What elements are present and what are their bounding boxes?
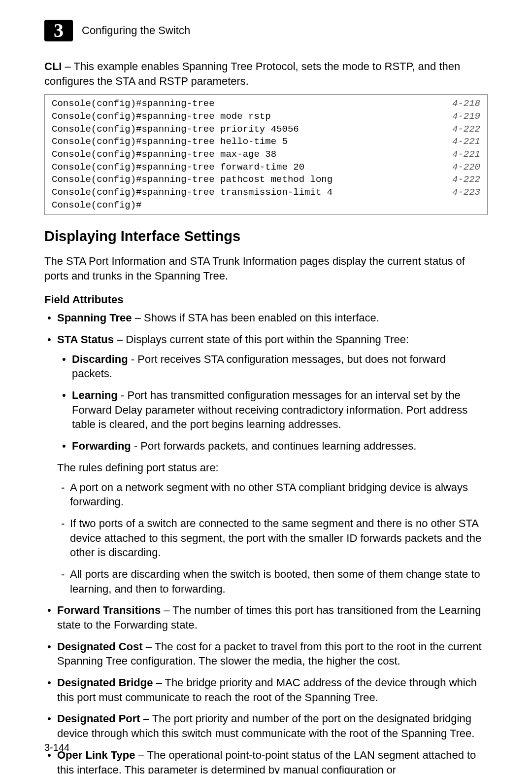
- cli-intro-paragraph: CLI – This example enables Spanning Tree…: [44, 59, 488, 88]
- sub-discarding: Discarding - Port receives STA configura…: [60, 352, 488, 381]
- code-line: Console(config)#spanning-tree hello-time…: [52, 136, 480, 148]
- rule-item: A port on a network segment with no othe…: [60, 480, 488, 509]
- cli-label: CLI: [44, 60, 62, 72]
- field-attributes-list: Spanning Tree – Shows if STA has been en…: [44, 311, 488, 774]
- code-line: Console(config)#spanning-tree forward-ti…: [52, 161, 480, 174]
- code-line: Console(config)#spanning-tree pathcost m…: [52, 174, 480, 186]
- attr-oper-link-type: Oper Link Type – The operational point-t…: [45, 748, 488, 774]
- attr-designated-port: Designated Port – The port priority and …: [45, 711, 488, 740]
- attr-label: Designated Port: [57, 712, 140, 725]
- section-heading: Displaying Interface Settings: [44, 227, 488, 246]
- attr-label: Forward Transitions: [57, 604, 161, 616]
- attr-forward-transitions: Forward Transitions – The number of time…: [45, 603, 488, 632]
- attr-label: STA Status: [57, 333, 114, 346]
- attr-label: Designated Cost: [57, 640, 143, 653]
- sta-status-sublist: Discarding - Port receives STA configura…: [57, 352, 488, 454]
- rule-item: All ports are discarding when the switch…: [60, 567, 488, 596]
- code-line: Console(config)#spanning-tree max-age 38…: [52, 148, 480, 161]
- attr-label: Spanning Tree: [57, 312, 132, 324]
- sub-learning: Learning - Port has transmitted configur…: [60, 388, 488, 432]
- attr-spanning-tree: Spanning Tree – Shows if STA has been en…: [45, 311, 488, 325]
- rules-intro-text: The rules defining port status are:: [57, 460, 488, 475]
- attr-sta-status: STA Status – Displays current state of t…: [45, 332, 488, 596]
- code-line: Console(config)#spanning-tree priority 4…: [52, 123, 480, 136]
- code-line: Console(config)#spanning-tree4-218: [52, 98, 480, 110]
- code-line: Console(config)#: [52, 199, 480, 212]
- sub-forwarding: Forwarding - Port forwards packets, and …: [60, 439, 488, 454]
- chapter-title-text: Configuring the Switch: [82, 23, 190, 38]
- section-intro-paragraph: The STA Port Information and STA Trunk I…: [44, 254, 488, 283]
- rules-list: A port on a network segment with no othe…: [57, 480, 488, 597]
- cli-intro-text: – This example enables Spanning Tree Pro…: [44, 60, 460, 87]
- attr-label: Designated Bridge: [57, 676, 153, 689]
- page-number: 3-144: [44, 741, 69, 754]
- field-attributes-heading: Field Attributes: [44, 292, 488, 307]
- attr-designated-bridge: Designated Bridge – The bridge priority …: [45, 675, 488, 704]
- cli-code-block: Console(config)#spanning-tree4-218 Conso…: [44, 94, 488, 215]
- page-header: 3 Configuring the Switch: [44, 20, 488, 41]
- chapter-number-badge: 3: [44, 20, 73, 41]
- rule-item: If two ports of a switch are connected t…: [60, 516, 488, 560]
- attr-text: – Displays current state of this port wi…: [114, 333, 409, 346]
- attr-designated-cost: Designated Cost – The cost for a packet …: [45, 639, 488, 668]
- attr-text: – Shows if STA has been enabled on this …: [132, 312, 379, 324]
- code-line: Console(config)#spanning-tree transmissi…: [52, 186, 480, 199]
- code-line: Console(config)#spanning-tree mode rstp4…: [52, 110, 480, 123]
